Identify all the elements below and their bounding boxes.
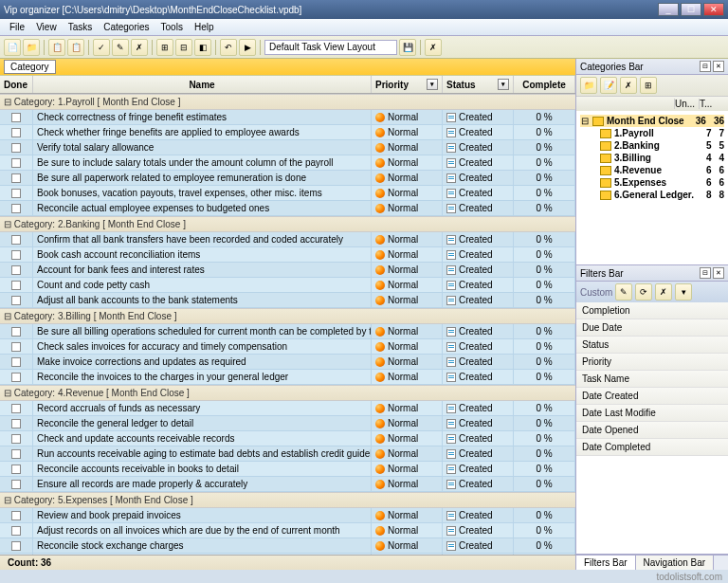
col-priority[interactable]: Priority▾ bbox=[372, 76, 443, 93]
task-row[interactable]: Be sure all paperwork related to employe… bbox=[0, 171, 575, 186]
group-header[interactable]: ⊟ Category: 2.Banking [ Month End Close … bbox=[0, 216, 575, 232]
toolbar-button[interactable]: ✗ bbox=[425, 39, 442, 56]
toolbar-button[interactable]: ⊞ bbox=[640, 77, 657, 94]
task-row[interactable]: Reconcile actual employee expenses to bu… bbox=[0, 201, 575, 216]
maximize-button[interactable]: ☐ bbox=[681, 3, 701, 16]
done-checkbox[interactable] bbox=[11, 541, 21, 551]
close-button[interactable]: ✕ bbox=[703, 3, 724, 16]
panel-pin-icon[interactable]: ⊟ bbox=[700, 267, 711, 279]
done-checkbox[interactable] bbox=[11, 480, 21, 489]
toolbar-button[interactable]: ✓ bbox=[93, 39, 110, 56]
menu-help[interactable]: Help bbox=[189, 20, 220, 34]
chevron-down-icon[interactable]: ▾ bbox=[427, 79, 438, 90]
col-done[interactable]: Done bbox=[0, 76, 33, 93]
done-checkbox[interactable] bbox=[11, 465, 21, 474]
done-checkbox[interactable] bbox=[11, 128, 21, 137]
chevron-down-icon[interactable]: ▾ bbox=[498, 79, 509, 90]
done-checkbox[interactable] bbox=[11, 342, 21, 352]
task-row[interactable]: Account for bank fees and interest rates… bbox=[0, 263, 575, 278]
toolbar-button[interactable]: ⊞ bbox=[156, 39, 173, 56]
filter-field[interactable]: Priority bbox=[576, 354, 728, 371]
filter-field[interactable]: Date Opened bbox=[576, 422, 728, 439]
toolbar-button[interactable]: ✗ bbox=[131, 39, 148, 56]
done-checkbox[interactable] bbox=[11, 265, 21, 275]
group-header[interactable]: ⊟ Category: 5.Expenses [ Month End Close… bbox=[0, 492, 575, 508]
task-row[interactable]: Count and code petty cashNormalCreated0 … bbox=[0, 278, 575, 293]
task-row[interactable]: Reconcile stock exchange chargesNormalCr… bbox=[0, 538, 575, 554]
done-checkbox[interactable] bbox=[11, 158, 21, 168]
toolbar-button[interactable]: 📋 bbox=[48, 39, 65, 56]
panel-pin-icon[interactable]: ⊟ bbox=[700, 61, 711, 72]
done-checkbox[interactable] bbox=[11, 419, 21, 428]
done-checkbox[interactable] bbox=[11, 526, 21, 536]
toolbar-button[interactable]: ⟳ bbox=[635, 283, 652, 301]
toolbar-button[interactable]: 📋 bbox=[67, 39, 84, 56]
toolbar-button[interactable]: ⊟ bbox=[175, 39, 192, 56]
done-checkbox[interactable] bbox=[11, 373, 21, 382]
done-checkbox[interactable] bbox=[11, 327, 21, 337]
done-checkbox[interactable] bbox=[11, 189, 21, 198]
toolbar-button[interactable]: ▶ bbox=[239, 39, 256, 56]
task-row[interactable]: Review and book prepaid invoicesNormalCr… bbox=[0, 508, 575, 523]
menu-tools[interactable]: Tools bbox=[155, 20, 189, 34]
group-header[interactable]: ⊟ Category: 1.Payroll [ Month End Close … bbox=[0, 94, 575, 110]
filter-field[interactable]: Completion bbox=[576, 302, 728, 319]
done-checkbox[interactable] bbox=[11, 143, 21, 153]
task-row[interactable]: Verify total salary allowanceNormalCreat… bbox=[0, 140, 575, 155]
col-name[interactable]: Name bbox=[33, 76, 372, 93]
done-checkbox[interactable] bbox=[11, 404, 21, 413]
col-status[interactable]: Status▾ bbox=[443, 76, 514, 93]
task-row[interactable]: Check sales invoices for accuracy and ti… bbox=[0, 339, 575, 355]
done-checkbox[interactable] bbox=[11, 281, 21, 290]
done-checkbox[interactable] bbox=[11, 357, 21, 367]
task-row[interactable]: Check and update accounts receivable rec… bbox=[0, 431, 575, 446]
done-checkbox[interactable] bbox=[11, 511, 21, 520]
toolbar-button[interactable]: ✎ bbox=[112, 39, 129, 56]
done-checkbox[interactable] bbox=[11, 113, 21, 122]
task-row[interactable]: Reconcile the invoices to the charges in… bbox=[0, 370, 575, 385]
filter-field[interactable]: Date Created bbox=[576, 388, 728, 405]
done-checkbox[interactable] bbox=[11, 235, 21, 245]
group-header[interactable]: ⊟ Category: 4.Revenue [ Month End Close … bbox=[0, 385, 575, 401]
done-checkbox[interactable] bbox=[11, 296, 21, 305]
task-row[interactable]: Check correctness of fringe benefit esti… bbox=[0, 110, 575, 125]
task-row[interactable]: Ensure all records are made properly & a… bbox=[0, 477, 575, 492]
group-header[interactable]: ⊟ Category: 3.Billing [ Month End Close … bbox=[0, 308, 575, 324]
filter-field[interactable]: Date Completed bbox=[576, 439, 728, 456]
toolbar-button[interactable]: ↶ bbox=[220, 39, 237, 56]
category-dropdown[interactable]: Category bbox=[4, 60, 56, 74]
task-row[interactable]: Reconcile accounts receivable in books t… bbox=[0, 462, 575, 477]
panel-close-icon[interactable]: ✕ bbox=[713, 61, 724, 72]
task-row[interactable]: Confirm that all bank transfers have bee… bbox=[0, 232, 575, 247]
col-complete[interactable]: Complete bbox=[514, 76, 575, 93]
tree-item[interactable]: 1.Payroll77 bbox=[580, 127, 724, 139]
task-row[interactable]: Check whether fringe benefits are applie… bbox=[0, 125, 575, 140]
menu-file[interactable]: File bbox=[4, 20, 30, 34]
filter-field[interactable]: Date Last Modifie bbox=[576, 405, 728, 422]
tree-root[interactable]: ⊟ Month End Close 3636 bbox=[580, 115, 724, 127]
tree-item[interactable]: 3.Billing44 bbox=[580, 152, 724, 164]
task-row[interactable]: Reconcile the general ledger to detailNo… bbox=[0, 416, 575, 431]
task-row[interactable]: Be sure all billing operations scheduled… bbox=[0, 324, 575, 339]
done-checkbox[interactable] bbox=[11, 173, 21, 183]
task-row[interactable]: Book cash account reconciliation itemsNo… bbox=[0, 247, 575, 263]
task-row[interactable]: Adjust all bank accounts to the bank sta… bbox=[0, 293, 575, 308]
panel-close-icon[interactable]: ✕ bbox=[713, 267, 724, 279]
toolbar-button[interactable]: ✎ bbox=[615, 283, 632, 301]
toolbar-button[interactable]: 💾 bbox=[399, 39, 416, 56]
tab-filters[interactable]: Filters Bar bbox=[576, 556, 636, 570]
task-row[interactable]: Make invoice corrections and updates as … bbox=[0, 355, 575, 370]
toolbar-button[interactable]: ✗ bbox=[620, 77, 637, 94]
done-checkbox[interactable] bbox=[11, 204, 21, 213]
toolbar-button[interactable]: 📝 bbox=[600, 77, 617, 94]
minimize-button[interactable]: _ bbox=[658, 3, 679, 16]
task-row[interactable]: Be sure to include salary totals under t… bbox=[0, 155, 575, 171]
task-row[interactable]: Run accounts receivable aging to estimat… bbox=[0, 446, 575, 462]
tree-item[interactable]: 5.Expenses66 bbox=[580, 176, 724, 189]
filter-field[interactable]: Task Name bbox=[576, 371, 728, 388]
toolbar-button[interactable]: ✗ bbox=[655, 283, 672, 301]
task-row[interactable]: Record accruals of funds as necessaryNor… bbox=[0, 401, 575, 416]
toolbar-button[interactable]: ◧ bbox=[194, 39, 211, 56]
done-checkbox[interactable] bbox=[11, 449, 21, 459]
tree-item[interactable]: 4.Revenue66 bbox=[580, 164, 724, 176]
